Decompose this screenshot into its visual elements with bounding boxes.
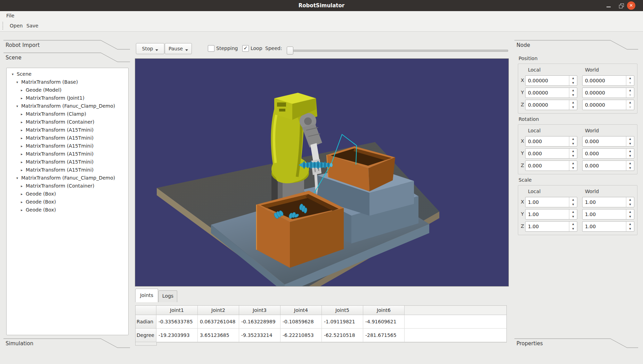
- spin-up-icon[interactable]: ▲: [569, 136, 577, 141]
- joint-value-cell[interactable]: -0.163228989: [239, 315, 280, 329]
- toolbar-drag-handle[interactable]: [2, 22, 4, 30]
- tree-item[interactable]: ▸Geode (Box): [7, 190, 128, 198]
- loop-checkbox[interactable]: ✓: [242, 45, 249, 52]
- speed-slider-handle[interactable]: [287, 47, 293, 55]
- spin-down-icon[interactable]: ▼: [569, 226, 577, 231]
- spinbox-value[interactable]: 0.000: [526, 136, 569, 146]
- expander-closed-icon[interactable]: ▸: [21, 86, 23, 94]
- rotation-world-z-spinbox[interactable]: 0.000▲▼: [582, 160, 634, 171]
- expander-closed-icon[interactable]: ▸: [21, 198, 23, 206]
- minimize-button[interactable]: [604, 0, 613, 11]
- tree-item[interactable]: ▸Geode (Box): [7, 198, 128, 206]
- section-properties[interactable]: Properties: [514, 337, 640, 349]
- spin-down-icon[interactable]: ▼: [626, 81, 634, 85]
- spin-down-icon[interactable]: ▼: [626, 141, 634, 146]
- position-local-y-spinbox[interactable]: 0.00000▲▼: [525, 88, 577, 98]
- spinbox-value[interactable]: 1.00: [526, 209, 569, 219]
- spin-up-icon[interactable]: ▲: [626, 149, 634, 154]
- 3d-viewport[interactable]: [135, 58, 509, 287]
- spin-up-icon[interactable]: ▲: [569, 222, 577, 226]
- tab-joints[interactable]: Joints: [135, 289, 158, 302]
- spinbox-value[interactable]: 0.00000: [583, 88, 626, 98]
- expander-closed-icon[interactable]: ▸: [21, 166, 23, 174]
- spin-up-icon[interactable]: ▲: [626, 136, 634, 141]
- tab-logs[interactable]: Logs: [158, 290, 177, 302]
- tree-item[interactable]: ▸MatrixTransform (A15Tmini): [7, 150, 128, 158]
- joint-value-cell[interactable]: -19.2303993: [156, 329, 198, 342]
- spin-down-icon[interactable]: ▼: [569, 93, 577, 98]
- scale-local-y-spinbox[interactable]: 1.00▲▼: [525, 209, 577, 220]
- rotation-world-x-spinbox[interactable]: 0.000▲▼: [582, 136, 634, 147]
- section-node[interactable]: Node: [514, 38, 640, 51]
- spin-down-icon[interactable]: ▼: [569, 202, 577, 207]
- position-world-x-spinbox[interactable]: 0.00000▲▼: [582, 75, 634, 86]
- stepping-checkbox[interactable]: [208, 45, 214, 52]
- scale-world-x-spinbox[interactable]: 1.00▲▼: [582, 197, 634, 207]
- spin-up-icon[interactable]: ▲: [569, 76, 577, 81]
- spin-up-icon[interactable]: ▲: [569, 197, 577, 202]
- section-scene[interactable]: Scene: [3, 51, 131, 63]
- spinbox-value[interactable]: 0.000: [526, 149, 569, 158]
- open-button[interactable]: Open: [8, 21, 25, 31]
- expander-closed-icon[interactable]: ▸: [21, 182, 23, 190]
- joint-value-cell[interactable]: -62.5210518: [322, 329, 363, 342]
- joint-value-cell[interactable]: 0.0637261048: [198, 315, 239, 329]
- restore-button[interactable]: [617, 0, 626, 11]
- spin-up-icon[interactable]: ▲: [569, 88, 577, 93]
- stop-button[interactable]: Stop: [136, 43, 164, 54]
- tree-item[interactable]: ▸MatrixTransform (Container): [7, 118, 128, 126]
- spin-up-icon[interactable]: ▲: [626, 100, 634, 105]
- joint-value-cell[interactable]: 3.65123685: [198, 329, 239, 342]
- spinbox-value[interactable]: 1.00: [583, 197, 626, 207]
- tree-item[interactable]: ▾MatrixTransform (Fanuc_Clamp_Demo): [7, 174, 128, 182]
- spin-up-icon[interactable]: ▲: [626, 222, 634, 226]
- spinbox-value[interactable]: 0.00000: [583, 76, 626, 85]
- joint-value-cell[interactable]: -0.10859628: [280, 315, 322, 329]
- joint-value-cell[interactable]: -0.335633785: [156, 315, 198, 329]
- spin-up-icon[interactable]: ▲: [626, 197, 634, 202]
- position-world-z-spinbox[interactable]: 0.00000▲▼: [582, 100, 634, 110]
- speed-slider-track[interactable]: [287, 50, 508, 52]
- spin-down-icon[interactable]: ▼: [569, 141, 577, 146]
- spin-down-icon[interactable]: ▼: [569, 166, 577, 171]
- scale-local-x-spinbox[interactable]: 1.00▲▼: [525, 197, 577, 207]
- tree-item[interactable]: ▸MatrixTransform (Joint1): [7, 94, 128, 102]
- position-local-z-spinbox[interactable]: 0.00000▲▼: [525, 100, 577, 110]
- expander-closed-icon[interactable]: ▸: [21, 142, 23, 150]
- spin-up-icon[interactable]: ▲: [626, 161, 634, 166]
- tree-item[interactable]: ▸MatrixTransform (A15Tmini): [7, 142, 128, 150]
- scale-world-z-spinbox[interactable]: 1.00▲▼: [582, 221, 634, 232]
- section-robot-import[interactable]: Robot Import: [3, 38, 131, 51]
- tree-item[interactable]: ▸MatrixTransform (A15Tmini): [7, 166, 128, 174]
- expander-closed-icon[interactable]: ▸: [21, 126, 23, 134]
- rotation-local-z-spinbox[interactable]: 0.000▲▼: [525, 160, 577, 171]
- spinbox-value[interactable]: 1.00: [583, 209, 626, 219]
- spin-up-icon[interactable]: ▲: [569, 209, 577, 214]
- spinbox-value[interactable]: 1.00: [526, 197, 569, 207]
- section-simulation[interactable]: Simulation: [3, 337, 131, 349]
- spin-down-icon[interactable]: ▼: [626, 105, 634, 110]
- expander-closed-icon[interactable]: ▸: [21, 110, 23, 118]
- spin-up-icon[interactable]: ▲: [569, 149, 577, 154]
- joint-value-cell[interactable]: -4.91609621: [363, 315, 405, 329]
- position-world-y-spinbox[interactable]: 0.00000▲▼: [582, 88, 634, 98]
- expander-closed-icon[interactable]: ▸: [21, 94, 23, 102]
- spin-up-icon[interactable]: ▲: [569, 161, 577, 166]
- tree-item[interactable]: ▾MatrixTransform (Base): [7, 78, 128, 86]
- spin-down-icon[interactable]: ▼: [626, 202, 634, 207]
- tree-item[interactable]: ▸MatrixTransform (A15Tmini): [7, 134, 128, 142]
- expander-open-icon[interactable]: ▾: [16, 78, 18, 86]
- spin-down-icon[interactable]: ▼: [626, 214, 634, 219]
- expander-open-icon[interactable]: ▾: [12, 70, 14, 78]
- expander-closed-icon[interactable]: ▸: [21, 158, 23, 166]
- tree-item[interactable]: ▸MatrixTransform (A15Tmini): [7, 126, 128, 134]
- spinbox-value[interactable]: 0.000: [526, 161, 569, 171]
- rotation-local-x-spinbox[interactable]: 0.000▲▼: [525, 136, 577, 147]
- tree-item[interactable]: ▸MatrixTransform (Container): [7, 182, 128, 190]
- spin-down-icon[interactable]: ▼: [569, 81, 577, 85]
- menu-file[interactable]: File: [3, 11, 17, 20]
- spin-up-icon[interactable]: ▲: [569, 100, 577, 105]
- tree-item[interactable]: ▸Geode (Model): [7, 86, 128, 94]
- scale-local-z-spinbox[interactable]: 1.00▲▼: [525, 221, 577, 232]
- spin-up-icon[interactable]: ▲: [626, 88, 634, 93]
